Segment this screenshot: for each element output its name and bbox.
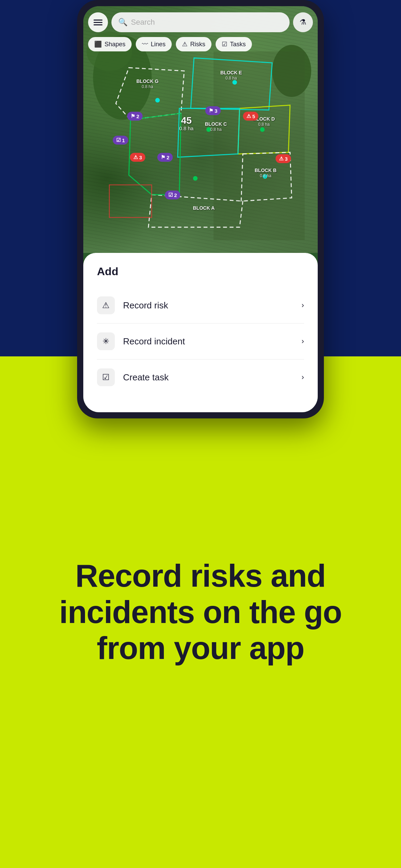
chip-tasks[interactable]: ☑ Tasks xyxy=(216,37,252,51)
block-e-label: BLOCK E 0.8 ha xyxy=(220,70,242,81)
flag-badge-1: ⚑2 xyxy=(127,112,143,121)
record-risk-chevron: › xyxy=(302,301,304,310)
incident-icon: ✳ xyxy=(102,337,109,346)
filter-button[interactable]: ⚗ xyxy=(293,12,313,32)
record-risk-item[interactable]: ⚠ Record risk › xyxy=(97,288,304,323)
record-incident-item[interactable]: ✳ Record incident › xyxy=(97,323,304,359)
phone-screen: BLOCK G 0.8 ha BLOCK E 0.8 ha BLOCK D 0.… xyxy=(83,6,318,412)
risk-badge-1: ⚠5 xyxy=(243,112,258,121)
sheet-title: Add xyxy=(97,265,304,278)
task-icon-box: ☑ xyxy=(97,368,115,386)
block-a-label: BLOCK A 0.8 ha xyxy=(193,205,215,211)
create-task-item[interactable]: ☑ Create task › xyxy=(97,359,304,395)
chip-shapes[interactable]: ⬛ Shapes xyxy=(88,37,132,51)
hero-text: Record risks and incidents on the go fro… xyxy=(27,558,374,667)
search-icon: 🔍 xyxy=(118,18,127,27)
chip-risks[interactable]: ⚠ Risks xyxy=(176,37,211,51)
svg-point-17 xyxy=(193,176,197,181)
chip-shapes-label: Shapes xyxy=(105,41,125,48)
block-g-label: BLOCK G 0.8 ha xyxy=(136,78,159,90)
record-risk-label: Record risk xyxy=(123,300,302,311)
risk-icon: ⚠ xyxy=(102,301,110,310)
risks-icon: ⚠ xyxy=(182,40,187,48)
filter-chips: ⬛ Shapes 〰 Lines ⚠ Risks ☑ Tasks xyxy=(88,37,313,51)
task-icon: ☑ xyxy=(102,372,110,382)
chip-lines-label: Lines xyxy=(151,41,166,48)
menu-button[interactable] xyxy=(88,12,108,32)
risk-badge-2: ⚠3 xyxy=(276,154,291,163)
record-incident-chevron: › xyxy=(302,337,304,346)
search-bar[interactable]: 🔍 Search xyxy=(111,12,290,32)
chip-risks-label: Risks xyxy=(190,41,205,48)
search-placeholder: Search xyxy=(131,18,155,27)
tasks-icon: ☑ xyxy=(222,40,227,48)
task-badge-1: ☑1 xyxy=(113,136,128,145)
chip-lines[interactable]: 〰 Lines xyxy=(136,37,172,51)
ham-line-1 xyxy=(94,20,102,21)
create-task-label: Create task xyxy=(123,372,302,383)
phone-frame: BLOCK G 0.8 ha BLOCK E 0.8 ha BLOCK D 0.… xyxy=(77,0,324,418)
block-b-label: BLOCK B 0.8 ha xyxy=(255,167,277,179)
create-task-chevron: › xyxy=(302,373,304,382)
risk-badge-3: ⚠3 xyxy=(130,153,145,162)
ham-line-3 xyxy=(94,24,102,25)
task-badge-2: ☑2 xyxy=(165,191,180,199)
risk-icon-box: ⚠ xyxy=(97,296,115,314)
filter-icon: ⚗ xyxy=(300,18,306,27)
hero-section: Record risks and incidents on the go fro… xyxy=(0,356,401,868)
flag-badge-3: ⚑2 xyxy=(157,153,173,162)
ham-line-2 xyxy=(94,22,102,23)
map-area: BLOCK G 0.8 ha BLOCK E 0.8 ha BLOCK D 0.… xyxy=(83,6,318,253)
center-label: 45 0.8 ha xyxy=(179,116,194,131)
bottom-sheet: Add ⚠ Record risk › ✳ Record incident › xyxy=(83,253,318,412)
shapes-icon: ⬛ xyxy=(94,40,102,48)
svg-point-14 xyxy=(260,127,265,132)
incident-icon-box: ✳ xyxy=(97,332,115,350)
record-incident-label: Record incident xyxy=(123,336,302,347)
lines-icon: 〰 xyxy=(142,41,148,48)
svg-point-12 xyxy=(155,98,160,102)
chip-tasks-label: Tasks xyxy=(230,41,246,48)
block-c-label: BLOCK C 0.8 ha xyxy=(205,121,227,133)
phone-wrapper: BLOCK G 0.8 ha BLOCK E 0.8 ha BLOCK D 0.… xyxy=(77,0,324,418)
top-bar: 🔍 Search ⚗ xyxy=(88,12,313,32)
flag-badge-2: ⚑3 xyxy=(205,106,221,115)
